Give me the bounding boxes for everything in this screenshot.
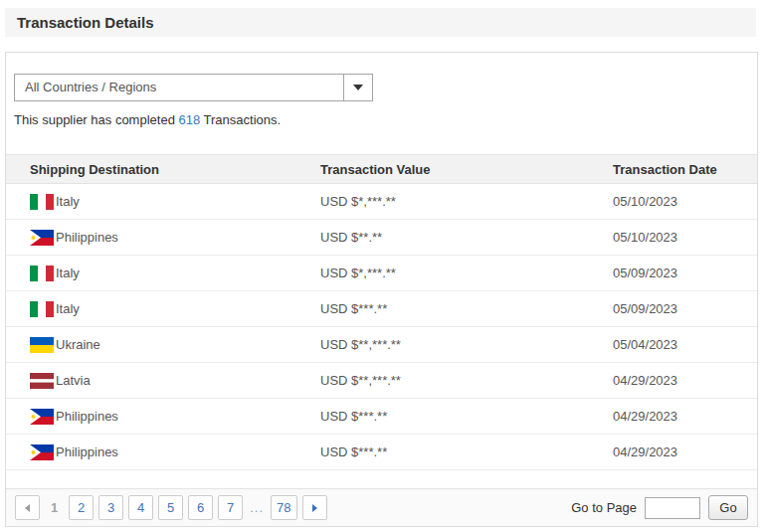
- transaction-value: USD $***.**: [320, 409, 613, 424]
- chevron-down-icon: [353, 85, 363, 90]
- table-row: PhilippinesUSD $***.**04/29/2023: [6, 435, 757, 470]
- destination-label: Ukraine: [56, 337, 100, 352]
- transactions-count-link[interactable]: 618: [178, 112, 200, 127]
- filter-row: All Countries / Regions: [6, 53, 757, 101]
- destination-label: Philippines: [56, 444, 118, 459]
- table-row: PhilippinesUSD $**.**05/10/2023: [6, 220, 757, 256]
- flag-philippines-icon: [30, 409, 54, 425]
- table-row: ItalyUSD $*,***.**05/10/2023: [6, 184, 757, 220]
- transaction-details-panel: All Countries / Regions This supplier ha…: [5, 52, 758, 527]
- current-page: 1: [45, 500, 64, 515]
- column-header-transaction-date: Transaction Date: [613, 162, 757, 177]
- page-button-3[interactable]: 3: [98, 495, 123, 520]
- destination-cell: Philippines: [6, 409, 320, 425]
- arrow-right-icon: [312, 504, 317, 512]
- table-footer: 1234567...78 Go to Page Go: [6, 488, 757, 526]
- destination-label: Philippines: [56, 230, 118, 245]
- transaction-date: 05/10/2023: [613, 230, 757, 245]
- transactions-summary: This supplier has completed 618 Transact…: [6, 101, 757, 127]
- next-page-button[interactable]: [302, 495, 327, 520]
- page-button-6[interactable]: 6: [188, 495, 213, 520]
- goto-page-input[interactable]: [645, 497, 700, 519]
- transaction-date: 05/09/2023: [613, 266, 757, 280]
- destination-cell: Ukraine: [6, 337, 320, 353]
- pagination: 1234567...78: [15, 495, 327, 520]
- page-button-2[interactable]: 2: [69, 495, 94, 520]
- transaction-date: 05/04/2023: [613, 337, 757, 352]
- summary-prefix: This supplier has completed: [14, 112, 178, 127]
- table-header-row: Shipping Destination Transaction Value T…: [6, 154, 757, 184]
- destination-cell: Italy: [6, 301, 320, 317]
- destination-cell: Philippines: [6, 230, 320, 246]
- page-button-7[interactable]: 7: [218, 495, 243, 520]
- table-row: PhilippinesUSD $***.**04/29/2023: [6, 399, 757, 435]
- column-header-shipping-destination: Shipping Destination: [6, 162, 320, 177]
- destination-label: Latvia: [56, 373, 91, 388]
- transaction-value: USD $**.**: [320, 230, 613, 245]
- column-header-transaction-value: Transaction Value: [320, 162, 613, 177]
- flag-latvia-icon: [30, 373, 54, 389]
- pagination-ellipsis: ...: [248, 500, 266, 515]
- destination-label: Italy: [56, 266, 80, 280]
- page-button-78[interactable]: 78: [271, 495, 296, 520]
- table-row: ItalyUSD $***.**05/09/2023: [6, 291, 757, 327]
- transaction-date: 04/29/2023: [613, 409, 757, 424]
- transaction-value: USD $***.**: [320, 444, 613, 459]
- transaction-value: USD $*,***.**: [320, 266, 613, 280]
- table-body: ItalyUSD $*,***.**05/10/2023PhilippinesU…: [6, 184, 757, 470]
- page-button-5[interactable]: 5: [158, 495, 183, 520]
- summary-suffix: Transactions.: [200, 112, 281, 127]
- table-row: LatviaUSD $**,***.**04/29/2023: [6, 363, 757, 399]
- transaction-value: USD $**,***.**: [320, 373, 613, 388]
- transaction-date: 04/29/2023: [613, 373, 757, 388]
- transaction-value: USD $***.**: [320, 301, 613, 316]
- title-band: Transaction Details: [5, 8, 756, 37]
- table-row: UkraineUSD $**,***.**05/04/2023: [6, 327, 757, 363]
- goto-page-group: Go to Page Go: [571, 495, 748, 520]
- transaction-date: 05/09/2023: [613, 301, 757, 316]
- transaction-date: 04/29/2023: [613, 444, 757, 459]
- dropdown-arrow-box: [343, 75, 372, 100]
- flag-ukraine-icon: [30, 337, 54, 353]
- go-button[interactable]: Go: [708, 495, 748, 520]
- flag-italy-icon: [30, 266, 54, 281]
- country-filter-value: All Countries / Regions: [15, 75, 343, 100]
- goto-page-label: Go to Page: [571, 500, 637, 515]
- flag-philippines-icon: [30, 444, 54, 460]
- country-filter-dropdown[interactable]: All Countries / Regions: [14, 74, 373, 101]
- transaction-value: USD $**,***.**: [320, 337, 613, 352]
- transactions-table: Shipping Destination Transaction Value T…: [6, 154, 757, 470]
- destination-label: Italy: [56, 301, 80, 316]
- arrow-left-icon: [25, 504, 30, 512]
- transaction-date: 05/10/2023: [613, 194, 757, 209]
- destination-label: Philippines: [56, 409, 118, 424]
- destination-label: Italy: [56, 194, 80, 209]
- prev-page-button[interactable]: [15, 495, 40, 520]
- page-title: Transaction Details: [17, 14, 154, 31]
- destination-cell: Italy: [6, 194, 320, 210]
- table-row: ItalyUSD $*,***.**05/09/2023: [6, 256, 757, 291]
- destination-cell: Latvia: [6, 373, 320, 389]
- flag-italy-icon: [30, 301, 54, 317]
- flag-philippines-icon: [30, 230, 54, 246]
- destination-cell: Italy: [6, 266, 320, 281]
- destination-cell: Philippines: [6, 444, 320, 460]
- page-button-4[interactable]: 4: [128, 495, 153, 520]
- flag-italy-icon: [30, 194, 54, 210]
- transaction-value: USD $*,***.**: [320, 194, 613, 209]
